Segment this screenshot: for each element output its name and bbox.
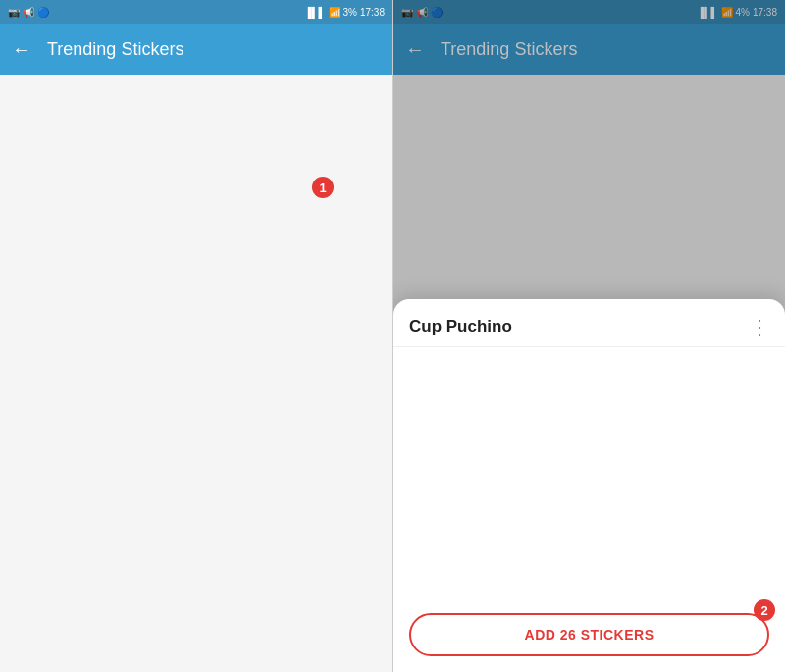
add-stickers-button[interactable]: ADD 26 STICKERS: [409, 613, 769, 656]
step-badge-1: 1: [312, 177, 334, 198]
sticker-list-left: [0, 75, 392, 672]
sticker-grid: [393, 347, 785, 605]
battery-left: 3%: [343, 7, 357, 18]
bottom-sheet-header: Cup Puchino ⋮: [393, 299, 785, 347]
wifi-icon: 📶: [329, 7, 340, 18]
app-bar-left: ← Trending Stickers: [0, 24, 392, 75]
status-icons-left: 📷 📢 🔵: [8, 7, 49, 18]
right-panel: 📷 📢 🔵 ▐▌▌ 📶 4% 17:38 ← Trending Stickers…: [392, 0, 785, 672]
page-title-left: Trending Stickers: [47, 39, 381, 60]
status-bar-left: 📷 📢 🔵 ▐▌▌ 📶 3% 17:38: [0, 0, 392, 24]
back-button-left[interactable]: ←: [12, 38, 31, 61]
signal-icon: ▐▌▌: [304, 7, 325, 18]
time-left: 17:38: [360, 7, 385, 18]
notification-icons: 📷 📢 🔵: [8, 7, 49, 18]
step-badge-2: 2: [754, 599, 775, 621]
status-right-left: ▐▌▌ 📶 3% 17:38: [304, 7, 385, 18]
bottom-sheet-title: Cup Puchino: [409, 317, 750, 336]
left-panel: 📷 📢 🔵 ▐▌▌ 📶 3% 17:38 ← Trending Stickers…: [0, 0, 392, 672]
add-stickers-label: ADD 26 STICKERS: [525, 627, 654, 643]
more-options-icon[interactable]: ⋮: [750, 315, 769, 338]
bottom-sheet: Cup Puchino ⋮ ADD 26 STICKERS: [393, 299, 785, 672]
